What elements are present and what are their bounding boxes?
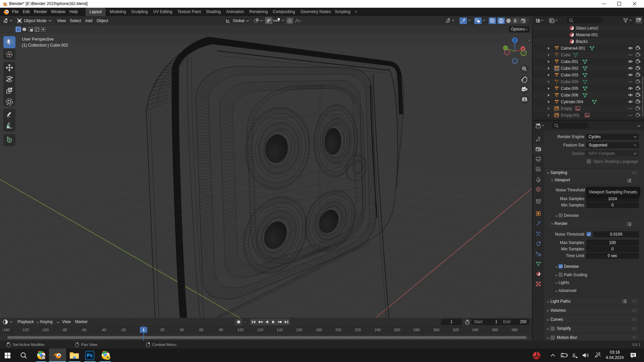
svg-text:Z: Z <box>514 39 516 42</box>
svg-text:Y: Y <box>504 47 506 50</box>
svg-text:N: N <box>107 356 109 359</box>
